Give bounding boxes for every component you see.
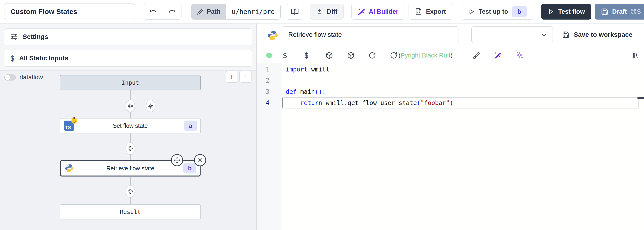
all-static-inputs-label: All Static Inputs	[19, 55, 68, 62]
sliders-icon	[10, 33, 18, 41]
flow-title-field[interactable]	[4, 3, 135, 20]
zoom-in-button[interactable]: +	[226, 71, 238, 83]
chevron-down-icon	[540, 32, 548, 39]
save-icon	[562, 31, 570, 38]
book-open-icon	[291, 8, 299, 16]
flow-sidebar: Settings $ All Static Inputs dataflow + …	[0, 24, 257, 230]
result-node[interactable]: Result	[60, 204, 200, 219]
ai-wand-icon[interactable]	[494, 52, 502, 59]
flow-title-input[interactable]	[4, 8, 135, 16]
line-numbers: 1234	[257, 63, 282, 230]
overview-ruler-cursor-mark	[638, 97, 644, 99]
package-icon[interactable]	[347, 52, 354, 59]
ai-builder-label: AI Builder	[369, 8, 398, 15]
editor-toolbar: $ $ (Pyright Black Ruff)	[257, 48, 644, 63]
dollar-icon[interactable]: $	[283, 51, 287, 60]
path-label: Path	[207, 8, 220, 15]
format-brush-icon[interactable]	[472, 52, 480, 59]
code-line[interactable]: import wmill	[286, 64, 644, 75]
test-flow-button[interactable]: Test flow	[541, 4, 591, 20]
all-static-inputs-row[interactable]: $ All Static Inputs	[4, 50, 252, 67]
play-icon	[468, 8, 475, 15]
dataflow-toggle[interactable]	[4, 74, 16, 81]
step-name-field[interactable]	[282, 26, 459, 43]
code-line[interactable]: return wmill.get_flow_user_state("foobar…	[286, 97, 644, 108]
step-a-label: Set flow state	[60, 122, 200, 129]
step-name-input[interactable]	[282, 27, 458, 43]
settings-label: Settings	[22, 33, 48, 41]
plus-cross-icon	[128, 189, 132, 193]
package-icon[interactable]	[326, 52, 333, 59]
step-b-badge: b	[183, 163, 196, 173]
plus-cross-icon	[128, 104, 132, 108]
plus-cross-icon	[128, 146, 132, 151]
dataflow-toggle-row: dataflow	[4, 74, 43, 81]
step-editor-panel: Save to workspace $ $ (Pyright Black Ruf…	[257, 24, 644, 230]
delete-step-button[interactable]	[194, 154, 206, 166]
code-line[interactable]	[286, 75, 644, 86]
export-label: Export	[426, 8, 446, 15]
close-icon	[197, 157, 203, 163]
save-to-workspace-button[interactable]: Save to workspace	[562, 26, 632, 43]
line-number: 4	[257, 97, 282, 108]
code-line[interactable]: def main():	[286, 86, 644, 97]
diff-icon	[316, 8, 323, 15]
add-step-button[interactable]	[126, 185, 135, 197]
redo-button[interactable]	[163, 4, 182, 19]
refresh-icon[interactable]	[390, 52, 398, 59]
python-icon	[267, 30, 278, 41]
input-node-label: Input	[122, 79, 139, 86]
draft-label: Draft	[612, 8, 627, 15]
test-up-to-label: Test up to	[478, 8, 508, 15]
dataflow-label: dataflow	[20, 74, 43, 81]
status-dot	[266, 53, 272, 58]
ai-builder-button[interactable]: AI Builder	[351, 4, 405, 20]
input-node[interactable]: Input	[60, 75, 200, 90]
line-number: 3	[257, 86, 282, 97]
add-step-button[interactable]	[126, 142, 135, 155]
test-up-to-step-badge: b	[512, 6, 527, 17]
code-lines[interactable]: import wmill def main(): return wmill.ge…	[282, 63, 644, 108]
pencil-icon	[197, 8, 204, 15]
diff-button[interactable]: Diff	[310, 4, 344, 20]
library-panel-icon[interactable]	[631, 52, 639, 59]
step-a-badge: a	[184, 121, 197, 131]
file-code-icon	[415, 8, 422, 15]
path-value[interactable]: u/henri/pro	[226, 4, 280, 19]
dollar-icon: $	[10, 54, 14, 63]
path-control[interactable]: Path u/henri/pro	[191, 4, 280, 20]
top-toolbar: Path u/henri/pro Diff AI Builder Export …	[0, 0, 644, 24]
line-number: 2	[257, 75, 282, 86]
docs-button[interactable]	[287, 4, 303, 20]
sparkles-icon[interactable]	[516, 52, 524, 59]
text-cursor	[282, 98, 283, 108]
move-step-button[interactable]	[171, 154, 183, 166]
move-icon	[174, 157, 180, 163]
wand-sparkles-icon	[358, 8, 365, 15]
step-node-a[interactable]: TS 👶 Set flow state a	[60, 118, 200, 133]
flow-graph[interactable]: dataflow + − Input TS 👶 Set flow state a	[0, 70, 256, 230]
add-step-button[interactable]	[126, 100, 135, 112]
redo-icon	[168, 8, 176, 15]
undo-icon	[150, 8, 157, 15]
code-assistants-status: (Pyright Black Ruff)	[398, 52, 452, 59]
settings-row[interactable]: Settings	[4, 28, 252, 45]
code-editor[interactable]: 1234 import wmill def main(): return wmi…	[257, 63, 644, 230]
language-select[interactable]	[471, 26, 553, 43]
add-trigger-button[interactable]	[146, 100, 156, 112]
save-icon	[601, 8, 608, 15]
draft-shortcut: ⌘S	[630, 8, 641, 15]
undo-button[interactable]	[144, 4, 163, 19]
result-node-label: Result	[120, 208, 141, 215]
refresh-icon[interactable]	[368, 52, 376, 59]
draft-save-button[interactable]: Draft ⌘S	[595, 4, 644, 20]
line-number: 1	[257, 64, 282, 75]
zap-icon	[148, 103, 154, 109]
zoom-out-button[interactable]: −	[240, 71, 252, 83]
play-icon	[548, 8, 554, 15]
dollar-icon[interactable]: $	[304, 51, 308, 60]
path-button[interactable]: Path	[192, 4, 226, 19]
test-up-to-button[interactable]: Test up to b	[462, 4, 533, 20]
save-to-workspace-label: Save to workspace	[574, 31, 632, 38]
export-button[interactable]: Export	[408, 4, 452, 20]
